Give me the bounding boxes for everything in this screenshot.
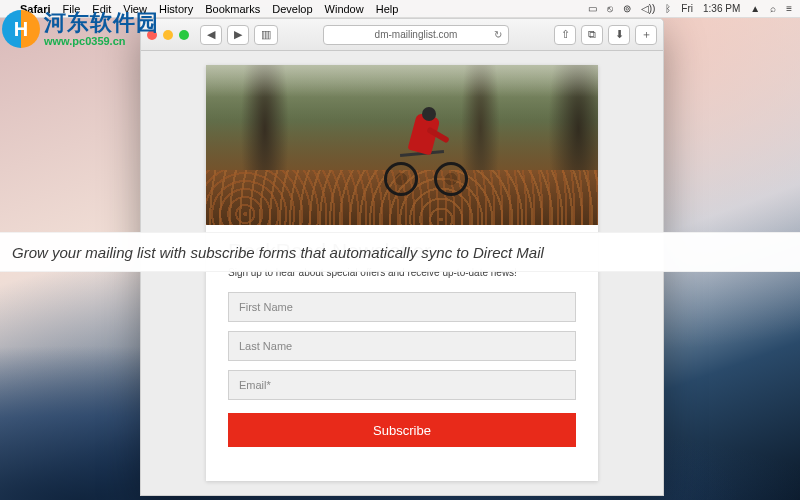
promo-banner: Grow your mailing list with subscribe fo… [0,232,800,272]
page-content: RockRoad Newsletter Sign up to hear abou… [141,51,663,495]
notification-center-icon[interactable]: ≡ [786,3,792,14]
last-name-field[interactable] [228,331,576,361]
hero-cyclist [382,110,472,210]
menu-bookmarks[interactable]: Bookmarks [205,3,260,15]
safari-toolbar: ◀ ▶ ▥ dm-mailinglist.com ↻ ⇧ ⧉ ⬇ ＋ [141,19,663,51]
menu-history[interactable]: History [159,3,193,15]
watermark-url: www.pc0359.cn [44,35,159,47]
email-field[interactable] [228,370,576,400]
volume-icon[interactable]: ◁)) [641,3,656,14]
address-text: dm-mailinglist.com [375,29,458,40]
share-button[interactable]: ⇧ [554,25,576,45]
sidebar-button[interactable]: ▥ [254,25,278,45]
watermark-title: 河东软件园 [44,11,159,35]
bluetooth-icon[interactable]: ᛒ [665,3,671,14]
watermark-overlay: 河东软件园 www.pc0359.cn [2,10,159,48]
minimize-button[interactable] [163,30,173,40]
clock-day[interactable]: Fri [681,3,693,14]
promo-text: Grow your mailing list with subscribe fo… [12,244,544,261]
address-bar[interactable]: dm-mailinglist.com ↻ [323,25,509,45]
menu-develop[interactable]: Develop [272,3,312,15]
spotlight-icon[interactable]: ⌕ [770,3,776,14]
forward-button[interactable]: ▶ [227,25,249,45]
downloads-button[interactable]: ⬇ [608,25,630,45]
zoom-button[interactable] [179,30,189,40]
hero-image [206,65,598,225]
watermark-logo-icon [2,10,40,48]
first-name-field[interactable] [228,292,576,322]
tabs-button[interactable]: ⧉ [581,25,603,45]
new-tab-button[interactable]: ＋ [635,25,657,45]
dropbox-icon[interactable]: ⎋ [607,3,613,14]
menu-window[interactable]: Window [325,3,364,15]
clock-time[interactable]: 1:36 PM [703,3,740,14]
wifi-icon[interactable]: ⊚ [623,3,631,14]
back-button[interactable]: ◀ [200,25,222,45]
newsletter-card: RockRoad Newsletter Sign up to hear abou… [206,65,598,481]
reload-icon[interactable]: ↻ [494,29,502,40]
subscribe-button[interactable]: Subscribe [228,413,576,447]
battery-icon[interactable]: ▭ [588,3,597,14]
user-icon[interactable]: ▲ [750,3,760,14]
menu-help[interactable]: Help [376,3,399,15]
